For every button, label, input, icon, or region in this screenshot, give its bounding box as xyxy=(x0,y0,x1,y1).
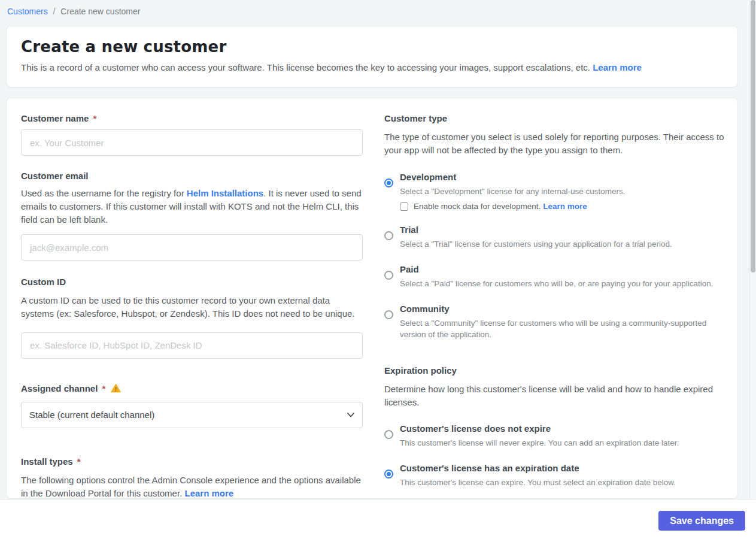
scrollbar-thumb[interactable] xyxy=(751,0,755,272)
install-types-help: The following options control the Admin … xyxy=(21,474,363,499)
no-expire-radio[interactable] xyxy=(384,430,393,439)
required-asterisk: * xyxy=(102,383,105,395)
assigned-channel-select[interactable]: Stable (current default channel) xyxy=(21,402,363,428)
customer-type-option-community: Community Select a "Community" license f… xyxy=(384,303,726,341)
breadcrumb-customers-link[interactable]: Customers xyxy=(7,7,48,16)
paid-title: Paid xyxy=(400,264,714,275)
community-description: Select a "Community" license for custome… xyxy=(400,318,726,341)
community-radio[interactable] xyxy=(384,310,393,319)
customer-type-option-trial: Trial Select a "Trial" license for custo… xyxy=(384,224,726,250)
customer-name-input[interactable] xyxy=(21,129,363,156)
customer-type-help: The type of customer you select is used … xyxy=(384,131,726,157)
mock-data-learn-more-link[interactable]: Learn more xyxy=(543,202,587,211)
paid-description: Select a "Paid" license for customers wh… xyxy=(400,278,714,290)
customer-type-option-development: Development Select a "Development" licen… xyxy=(384,171,726,211)
expiration-option-has-date: Customer's license has an expiration dat… xyxy=(384,462,726,489)
scrollbar-track[interactable] xyxy=(749,0,756,499)
header-learn-more-link[interactable]: Learn more xyxy=(593,62,642,72)
paid-radio[interactable] xyxy=(384,271,393,280)
customer-form-card: Customer name* Customer email Used as th… xyxy=(6,98,738,499)
mock-data-label: Enable mock data for development. Learn … xyxy=(414,202,587,211)
assigned-channel-label: Assigned channel* xyxy=(21,383,363,395)
page-description: This is a record of a customer who can a… xyxy=(21,62,723,72)
warning-icon xyxy=(111,384,121,393)
helm-installations-link[interactable]: Helm Installations xyxy=(187,188,263,198)
customer-type-option-paid: Paid Select a "Paid" license for custome… xyxy=(384,264,726,290)
customer-email-help: Used as the username for the registry fo… xyxy=(21,187,363,226)
breadcrumb-separator: / xyxy=(53,7,56,16)
save-changes-button[interactable]: Save changes xyxy=(658,511,745,531)
mock-data-checkbox[interactable] xyxy=(400,202,408,211)
custom-id-label: Custom ID xyxy=(21,276,363,288)
required-asterisk: * xyxy=(77,456,81,468)
required-asterisk: * xyxy=(93,113,96,125)
page-title: Create a new customer xyxy=(21,38,723,56)
development-title: Development xyxy=(400,171,626,183)
has-expiration-description: This customer's license can expire. You … xyxy=(400,477,676,489)
development-radio[interactable] xyxy=(384,178,393,187)
trial-radio[interactable] xyxy=(384,231,393,240)
chevron-down-icon xyxy=(347,413,354,417)
custom-id-input[interactable] xyxy=(21,332,363,359)
footer-action-bar: Save changes xyxy=(0,499,756,542)
community-title: Community xyxy=(400,303,726,315)
install-types-label: Install types* xyxy=(21,456,363,468)
page-header-card: Create a new customer This is a record o… xyxy=(6,26,738,87)
no-expire-title: Customer's license does not expire xyxy=(400,423,679,435)
has-expiration-radio[interactable] xyxy=(384,470,393,479)
development-description: Select a "Development" license for any i… xyxy=(400,186,626,198)
customer-name-label: Customer name* xyxy=(21,113,363,125)
expiration-option-no-expire: Customer's license does not expire This … xyxy=(384,423,726,449)
assigned-channel-selected-value: Stable (current default channel) xyxy=(29,410,154,420)
no-expire-description: This customer's license will never expir… xyxy=(400,438,679,449)
expiration-policy-help: Determine how long this customer's licen… xyxy=(384,383,726,409)
trial-description: Select a "Trial" license for customers u… xyxy=(400,239,672,250)
install-types-learn-more-link[interactable]: Learn more xyxy=(184,488,233,498)
custom-id-help: A custom ID can be used to tie this cust… xyxy=(21,294,363,320)
trial-title: Trial xyxy=(400,224,672,236)
form-left-column: Customer name* Customer email Used as th… xyxy=(21,113,363,498)
breadcrumb-current: Create new customer xyxy=(60,7,140,16)
form-right-column: Customer type The type of customer you s… xyxy=(384,113,726,498)
expiration-policy-label: Expiration policy xyxy=(384,365,726,377)
customer-type-label: Customer type xyxy=(384,113,726,125)
mock-data-row: Enable mock data for development. Learn … xyxy=(400,202,626,211)
breadcrumb: Customers / Create new customer xyxy=(0,0,756,17)
customer-email-label: Customer email xyxy=(21,170,363,182)
has-expiration-title: Customer's license has an expiration dat… xyxy=(400,462,676,474)
customer-email-input[interactable] xyxy=(21,234,363,261)
